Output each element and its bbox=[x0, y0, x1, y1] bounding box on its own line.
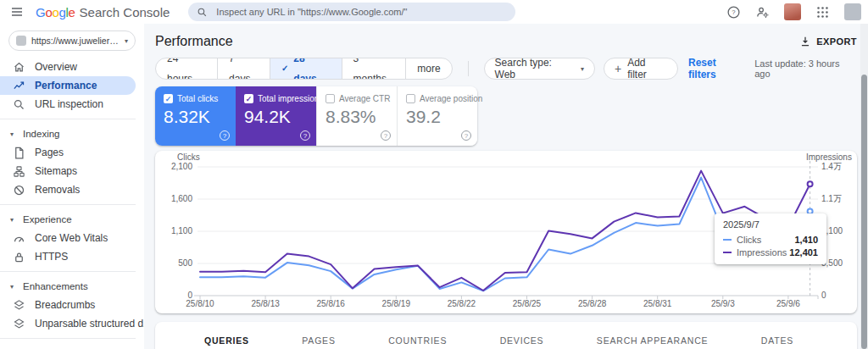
sitemaps-icon bbox=[13, 165, 25, 178]
metric-card-total-clicks[interactable]: ✓Total clicks8.32K? bbox=[155, 86, 236, 146]
performance-icon bbox=[13, 80, 25, 92]
checkbox-unchecked-icon[interactable] bbox=[326, 94, 335, 103]
help-icon[interactable]: ? bbox=[381, 130, 391, 141]
app-logo: Google Search Console bbox=[36, 5, 170, 19]
checkbox-checked-icon[interactable]: ✓ bbox=[244, 94, 253, 103]
search-type-dropdown[interactable]: Search type: Web ▾ bbox=[484, 58, 595, 80]
tooltip-series-label: Impressions bbox=[737, 247, 789, 258]
home-icon bbox=[13, 61, 25, 74]
sidebar-item-label: Removals bbox=[35, 184, 80, 196]
sidebar-item-overview[interactable]: Overview bbox=[0, 58, 136, 76]
x-axis-label: 25/9/6 bbox=[776, 299, 800, 308]
tab-queries[interactable]: QUERIES bbox=[204, 335, 249, 346]
date-range-label: more bbox=[417, 58, 440, 79]
tooltip-rows: Clicks1,410Impressions12,401 bbox=[723, 235, 818, 258]
add-filter-button[interactable]: + Add filter bbox=[604, 58, 678, 80]
topbar-icons: ? bbox=[726, 3, 861, 20]
page-scrollbar[interactable] bbox=[860, 24, 868, 349]
series-color-dash bbox=[723, 239, 732, 241]
checkbox-checked-icon[interactable]: ✓ bbox=[164, 94, 173, 103]
sidebar-item-core-web-vitals[interactable]: Core Web Vitals bbox=[0, 229, 136, 247]
date-range-more[interactable]: more bbox=[405, 58, 451, 79]
sidebar-section-experience[interactable]: ▾Experience bbox=[0, 210, 144, 229]
help-icon[interactable]: ? bbox=[300, 130, 310, 141]
user-avatar[interactable] bbox=[784, 3, 801, 20]
x-axis-label: 25/8/16 bbox=[317, 299, 346, 308]
sidebar-item-performance[interactable]: Performance bbox=[0, 76, 136, 95]
sidebar-section-enhancements[interactable]: ▾Enhancements bbox=[0, 277, 144, 296]
tab-countries[interactable]: COUNTRIES bbox=[388, 335, 447, 346]
x-axis-label: 25/8/19 bbox=[382, 299, 411, 308]
sidebar-item-https[interactable]: HTTPS bbox=[0, 247, 136, 266]
structured-data-icon bbox=[13, 318, 25, 330]
help-icon[interactable]: ? bbox=[726, 5, 741, 19]
metric-cards: ✓Total clicks8.32K?✓Total impressions94.… bbox=[155, 86, 477, 146]
metric-card-average-position[interactable]: Average position39.2? bbox=[397, 86, 477, 146]
lock-icon bbox=[13, 251, 25, 263]
metric-card-total-impressions[interactable]: ✓Total impressions94.2K? bbox=[236, 86, 316, 146]
date-range-group: 24 hours7 days✓28 days3 monthsmore bbox=[155, 58, 453, 80]
chevron-down-icon: ▾ bbox=[10, 130, 17, 138]
left-axis-tick: 1,100 bbox=[171, 226, 192, 235]
core-web-vitals-icon bbox=[13, 232, 25, 245]
page-title: Performance bbox=[155, 34, 233, 49]
tab-pages[interactable]: PAGES bbox=[302, 335, 335, 346]
sidebar-divider bbox=[0, 119, 136, 119]
property-label: https://www.juweliersw... bbox=[31, 36, 120, 46]
chevron-down-icon: ▾ bbox=[10, 216, 17, 224]
tooltip-row-clicks: Clicks1,410 bbox=[723, 235, 818, 245]
export-button[interactable]: EXPORT bbox=[799, 36, 857, 47]
series-color-dash bbox=[723, 252, 732, 253]
apps-grid-icon[interactable] bbox=[815, 5, 830, 19]
date-range-28-days[interactable]: ✓28 days bbox=[270, 58, 342, 79]
url-inspect-searchbar[interactable] bbox=[188, 3, 515, 21]
date-range-label: 3 months bbox=[353, 58, 395, 80]
sidebar-item-breadcrumbs[interactable]: Breadcrumbs bbox=[0, 296, 136, 314]
sidebar-item-pages[interactable]: Pages bbox=[0, 143, 136, 162]
reset-filters-link[interactable]: Reset filters bbox=[688, 57, 746, 80]
property-favicon bbox=[16, 36, 26, 46]
sidebar-item-url-inspection[interactable]: URL inspection bbox=[0, 95, 136, 114]
plus-icon: + bbox=[615, 63, 621, 75]
help-icon[interactable]: ? bbox=[461, 130, 471, 141]
checkbox-unchecked-icon[interactable] bbox=[406, 94, 415, 103]
tab-devices[interactable]: DEVICES bbox=[500, 335, 544, 346]
metric-label: Total clicks bbox=[177, 94, 218, 103]
sidebar-section-indexing[interactable]: ▾Indexing bbox=[0, 125, 144, 143]
sidebar-divider bbox=[0, 338, 136, 339]
account-settings-icon[interactable] bbox=[755, 5, 770, 19]
org-avatar[interactable] bbox=[844, 3, 861, 20]
tab-search-appearance[interactable]: SEARCH APPEARANCE bbox=[597, 335, 708, 346]
search-icon bbox=[13, 98, 25, 111]
sidebar: https://www.juweliersw... ▾ OverviewPerf… bbox=[0, 24, 144, 349]
impressions-endpoint-marker bbox=[808, 181, 813, 186]
url-inspect-input[interactable] bbox=[214, 6, 507, 18]
sidebar-divider bbox=[0, 204, 136, 205]
tooltip-series-label: Clicks bbox=[737, 235, 794, 245]
sidebar-item-label: Core Web Vitals bbox=[35, 232, 108, 244]
metric-header: Average position bbox=[406, 94, 477, 103]
sidebar-section-security-manual-actions[interactable]: ▸Security & Manual Actions bbox=[0, 344, 144, 349]
x-axis-label: 25/8/31 bbox=[643, 299, 672, 308]
scrollbar-thumb[interactable] bbox=[861, 75, 867, 349]
tooltip-series-value: 1,410 bbox=[794, 235, 818, 245]
metric-header: Average CTR bbox=[326, 94, 397, 103]
date-range-24-hours[interactable]: 24 hours bbox=[156, 58, 217, 79]
date-range-3-months[interactable]: 3 months bbox=[342, 58, 406, 79]
sidebar-divider bbox=[0, 271, 136, 272]
menu-icon[interactable] bbox=[10, 5, 24, 19]
download-icon bbox=[799, 36, 811, 47]
sidebar-item-label: Pages bbox=[35, 147, 64, 158]
chevron-down-icon: ▾ bbox=[10, 283, 17, 291]
sidebar-item-removals[interactable]: Removals bbox=[0, 180, 136, 199]
sidebar-item-unparsable-structured-d[interactable]: Unparsable structured d... bbox=[0, 314, 136, 333]
date-range-7-days[interactable]: 7 days bbox=[217, 58, 270, 79]
x-axis-label: 25/8/10 bbox=[186, 299, 214, 308]
metric-label: Average position bbox=[420, 94, 482, 103]
metric-card-average-ctr[interactable]: Average CTR8.83%? bbox=[316, 86, 397, 146]
tab-dates[interactable]: DATES bbox=[761, 335, 793, 346]
sidebar-item-sitemaps[interactable]: Sitemaps bbox=[0, 162, 136, 180]
help-icon[interactable]: ? bbox=[220, 130, 230, 141]
property-selector[interactable]: https://www.juweliersw... ▾ bbox=[8, 30, 136, 51]
x-axis-label: 25/8/22 bbox=[448, 299, 476, 308]
